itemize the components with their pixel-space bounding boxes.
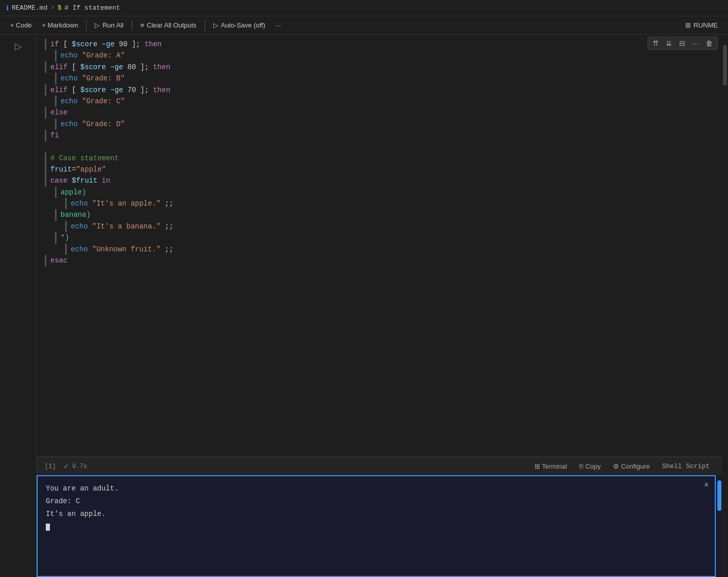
code-line-19: echo "Unknown fruit." ;; bbox=[45, 244, 712, 255]
code-line-20: esac bbox=[45, 255, 712, 266]
output-scrollbar[interactable] bbox=[716, 475, 722, 577]
line-bar bbox=[65, 221, 67, 232]
code-line-16: banana) bbox=[45, 209, 712, 220]
run-all-label: Run All bbox=[102, 21, 123, 29]
breadcrumb-sep1: > bbox=[50, 4, 54, 12]
line-bar bbox=[45, 175, 46, 186]
configure-label: Configure bbox=[621, 463, 650, 470]
line-bar bbox=[55, 209, 57, 220]
clear-all-button[interactable]: ≡ Clear All Outputs bbox=[136, 20, 201, 31]
main-layout: ▷ ⇈ ⇊ ⊟ ··· 🗑 if [ $score −ge 90 ]; then bbox=[0, 35, 728, 577]
configure-button[interactable]: ⚙ Configure bbox=[609, 461, 654, 471]
line-bar bbox=[45, 130, 46, 141]
breadcrumb-section: # If statement bbox=[65, 4, 120, 12]
status-time: 0.7s bbox=[72, 463, 87, 470]
copy-label: Copy bbox=[585, 463, 601, 470]
line-bar bbox=[45, 107, 46, 118]
output-line-4 bbox=[46, 521, 707, 534]
left-gutter: ▷ bbox=[0, 35, 37, 577]
code-line-3: elif [ $score −ge 80 ]; then bbox=[45, 62, 712, 73]
status-check-icon: ✓ bbox=[64, 462, 68, 471]
runme-icon: ⊞ bbox=[685, 21, 691, 29]
cell-index: [1] bbox=[45, 463, 56, 470]
line-bar bbox=[45, 255, 46, 266]
code-line-2: echo "Grade: A" bbox=[45, 50, 712, 61]
clear-all-label: Clear All Outputs bbox=[147, 21, 197, 29]
code-scrollbar[interactable] bbox=[722, 35, 728, 577]
code-line-5: elif [ $score −ge 70 ]; then bbox=[45, 84, 712, 96]
code-line-4: echo "Grade: B" bbox=[45, 73, 712, 84]
line-bar bbox=[55, 73, 57, 84]
code-line-1: if [ $score −ge 90 ]; then bbox=[45, 39, 712, 50]
cursor bbox=[46, 524, 50, 531]
line-bar bbox=[45, 39, 46, 50]
code-scrollbar-thumb[interactable] bbox=[723, 45, 727, 85]
output-close-button[interactable]: × bbox=[704, 480, 709, 489]
code-content: if [ $score −ge 90 ]; then echo "Grade: … bbox=[37, 35, 722, 456]
code-line-9: fi bbox=[45, 130, 712, 141]
code-line-14: apple) bbox=[45, 187, 712, 198]
run-above-button[interactable]: ⇈ bbox=[650, 38, 661, 48]
shell-script-label: Shell Script bbox=[658, 461, 714, 471]
run-all-button[interactable]: ▷ Run All bbox=[91, 20, 127, 31]
code-line-17: echo "It's a banana." ;; bbox=[45, 221, 712, 232]
output-area: [1] ✓ 0.7s ⊞ Terminal ⎘ Copy ⚙ Configure… bbox=[37, 456, 722, 577]
clear-all-icon: ≡ bbox=[141, 21, 145, 29]
configure-icon: ⚙ bbox=[613, 463, 619, 470]
output-panel: × You are an adult. Grade: C It's an app… bbox=[37, 475, 716, 577]
code-line-12: fruit="apple" bbox=[45, 164, 712, 175]
code-line-18: *) bbox=[45, 232, 712, 243]
auto-save-button[interactable]: ▷ Auto-Save (off) bbox=[209, 20, 269, 31]
code-line-8: echo "Grade: D" bbox=[45, 119, 712, 130]
add-markdown-button[interactable]: + Markdown bbox=[38, 20, 82, 31]
output-line-3: It's an apple. bbox=[46, 508, 707, 521]
output-line-2: Grade: C bbox=[46, 495, 707, 508]
cell-status-bar: [1] ✓ 0.7s ⊞ Terminal ⎘ Copy ⚙ Configure… bbox=[37, 457, 722, 475]
line-bar bbox=[55, 119, 57, 130]
copy-button[interactable]: ⎘ Copy bbox=[575, 461, 605, 471]
terminal-button[interactable]: ⊞ Terminal bbox=[530, 461, 571, 471]
code-line-6: echo "Grade: C" bbox=[45, 96, 712, 107]
run-below-button[interactable]: ⇊ bbox=[663, 38, 675, 48]
cell-run-button[interactable]: ▷ bbox=[13, 39, 24, 54]
cell-toolbar: ⇈ ⇊ ⊟ ··· 🗑 bbox=[648, 37, 718, 50]
code-line-empty bbox=[45, 141, 712, 153]
output-text: You are an adult. Grade: C It's an apple… bbox=[46, 482, 707, 534]
line-bar bbox=[65, 244, 67, 255]
code-line-15: echo "It's an apple." ;; bbox=[45, 198, 712, 209]
line-bar bbox=[45, 84, 46, 96]
cell-more-button[interactable]: ··· bbox=[690, 38, 701, 48]
runme-button[interactable]: ⊞ RUNME bbox=[681, 20, 722, 31]
copy-icon: ⎘ bbox=[579, 463, 583, 470]
line-bar bbox=[45, 153, 46, 164]
split-cell-button[interactable]: ⊟ bbox=[677, 38, 688, 48]
toolbar-separator-1 bbox=[86, 20, 87, 31]
toolbar-separator-2 bbox=[132, 20, 132, 31]
terminal-label: Terminal bbox=[542, 463, 567, 470]
editor-area: ⇈ ⇊ ⊟ ··· 🗑 if [ $score −ge 90 ]; then e… bbox=[37, 35, 722, 577]
auto-save-icon: ▷ bbox=[213, 21, 218, 29]
line-bar bbox=[65, 198, 67, 209]
line-bar bbox=[55, 50, 57, 61]
line-bar bbox=[45, 164, 46, 175]
line-bar bbox=[55, 232, 57, 243]
output-line-1: You are an adult. bbox=[46, 482, 707, 495]
line-bar bbox=[45, 62, 46, 73]
code-cell: ⇈ ⇊ ⊟ ··· 🗑 if [ $score −ge 90 ]; then e… bbox=[37, 35, 722, 456]
output-panel-wrapper: × You are an adult. Grade: C It's an app… bbox=[37, 475, 722, 577]
line-bar bbox=[55, 187, 57, 198]
shell-icon: $ bbox=[58, 4, 62, 12]
terminal-icon: ⊞ bbox=[535, 463, 540, 470]
add-code-button[interactable]: + Code bbox=[6, 20, 36, 31]
toolbar-separator-3 bbox=[205, 20, 205, 31]
breadcrumb-readme[interactable]: README.md bbox=[12, 4, 47, 12]
runme-label: RUNME bbox=[693, 21, 718, 29]
run-all-icon: ▷ bbox=[95, 21, 100, 29]
more-button[interactable]: ··· bbox=[271, 20, 285, 31]
breadcrumb-bar: ℹ README.md > $ # If statement bbox=[0, 0, 728, 16]
code-line-13: case $fruit in bbox=[45, 175, 712, 186]
code-line-7: else bbox=[45, 107, 712, 118]
auto-save-label: Auto-Save (off) bbox=[221, 21, 265, 29]
delete-cell-button[interactable]: 🗑 bbox=[703, 38, 715, 48]
output-scrollbar-thumb[interactable] bbox=[717, 480, 721, 511]
